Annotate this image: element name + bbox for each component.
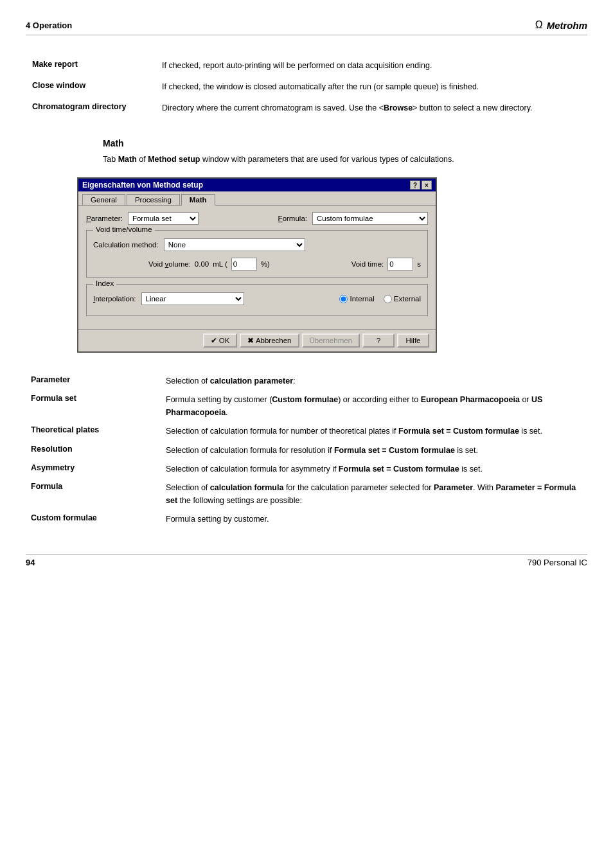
chromatogram-dir-desc: Directory where the current chromatogram… (157, 98, 586, 118)
def-theoretical-plates: Selection of calculation formula for num… (161, 422, 587, 441)
radio-group: Internal External (339, 295, 421, 303)
chromatogram-dir-label: Chromatogram directory (27, 98, 155, 118)
term-parameter: Parameter (26, 372, 161, 391)
void-volume-row: Void volume: 0.00 mL ( %) Void time: s (93, 256, 421, 272)
radio-external-input[interactable] (384, 295, 392, 303)
def-formula: Selection of calculation formula for the… (161, 479, 587, 510)
radio-internal-label: Internal (350, 295, 374, 303)
void-group-title: Void time/volume (93, 226, 155, 233)
def-formula-set: Formula setting by customer (Custom form… (161, 391, 587, 422)
table-row: Chromatogram directory Directory where t… (27, 98, 586, 118)
cancel-button[interactable]: ✖ Abbrechen (240, 333, 299, 348)
dialog-wrapper: Eigenschaften von Method setup ? × Gener… (26, 177, 587, 353)
radio-external[interactable]: External (384, 295, 421, 303)
parameter-formula-row: Parameter: Formula set Formula: Custom f… (86, 212, 428, 225)
page-footer: 94 790 Personal IC (26, 554, 587, 567)
make-report-desc: If checked, report auto-printing will be… (157, 56, 586, 76)
radio-internal[interactable]: Internal (339, 295, 374, 303)
dialog-buttons: ✔ OK ✖ Abbrechen Übernehmen ? Hilfe (78, 329, 436, 351)
section-heading: Math (26, 138, 587, 148)
term-theoretical-plates: Theoretical plates (26, 422, 161, 441)
apply-label: Übernehmen (310, 337, 352, 344)
section-intro: Tab Math of Method setup window with par… (26, 154, 587, 166)
dialog-title: Eigenschaften von Method setup (82, 181, 203, 190)
dialog-content: Parameter: Formula set Formula: Custom f… (78, 206, 436, 329)
void-time-label: Void time: (351, 260, 384, 268)
brand-header: Ω Metrohm (535, 19, 587, 31)
radio-external-label: External (394, 295, 421, 303)
intro-table: Make report If checked, report auto-prin… (26, 55, 587, 119)
term-formula: Formula (26, 479, 161, 510)
math-bold: Math (118, 155, 137, 164)
omega-icon: Ω (535, 19, 543, 31)
titlebar-controls: ? × (410, 181, 432, 190)
close-window-label: Close window (27, 77, 155, 97)
page-header: 4 Operation Ω Metrohm (26, 19, 587, 35)
ok-label: OK (219, 337, 230, 344)
descriptions-section: Parameter Selection of calculation param… (26, 372, 587, 529)
product-name: 790 Personal IC (528, 558, 587, 567)
def-custom-formulae: Formula setting by customer. (161, 510, 587, 529)
interpolation-label: Interpolation: (93, 295, 136, 303)
dialog-help-btn-bottom[interactable]: ? (362, 333, 395, 348)
close-window-desc: If checked, the window is closed automat… (157, 77, 586, 97)
tab-processing[interactable]: Processing (127, 194, 180, 205)
calc-method-label: Calculation method: (93, 241, 159, 249)
void-volume-value: 0.00 (195, 260, 209, 268)
parameter-select[interactable]: Formula set (128, 212, 199, 225)
descriptions-table: Parameter Selection of calculation param… (26, 372, 587, 529)
apply-button[interactable]: Übernehmen (302, 333, 360, 348)
table-row: Make report If checked, report auto-prin… (27, 56, 586, 76)
cancel-icon: ✖ (247, 337, 254, 344)
void-volume-label: Void volume: (148, 260, 191, 268)
parameter-label: Parameter: (86, 215, 123, 222)
void-volume-pct-input[interactable] (231, 258, 257, 270)
void-group: Void time/volume Calculation method: Non… (86, 230, 428, 278)
index-group: Index Interpolation: Linear Internal (86, 284, 428, 316)
hilfe-label: Hilfe (405, 337, 420, 344)
list-item: Formula Selection of calculation formula… (26, 479, 587, 510)
void-time-input[interactable] (387, 258, 413, 270)
term-resolution: Resolution (26, 441, 161, 460)
chapter-label: 4 Operation (26, 21, 72, 30)
list-item: Theoretical plates Selection of calculat… (26, 422, 587, 441)
dialog-titlebar: Eigenschaften von Method setup ? × (78, 179, 436, 191)
list-item: Formula set Formula setting by customer … (26, 391, 587, 422)
dialog-help-button[interactable]: ? (410, 181, 420, 190)
method-setup-bold: Method setup (148, 155, 200, 164)
radio-internal-input[interactable] (339, 295, 348, 303)
hilfe-button[interactable]: Hilfe (397, 333, 429, 348)
formula-label: Formula: (278, 215, 307, 222)
void-volume-unit1: mL ( (213, 260, 227, 268)
interpolation-row: Interpolation: Linear Internal External (93, 292, 421, 305)
def-parameter: Selection of calculation parameter: (161, 372, 587, 391)
def-asymmetry: Selection of calculation formula for asy… (161, 460, 587, 479)
list-item: Custom formulae Formula setting by custo… (26, 510, 587, 529)
table-row: Close window If checked, the window is c… (27, 77, 586, 97)
tab-general[interactable]: General (82, 194, 125, 205)
calc-method-row: Calculation method: None (93, 238, 421, 251)
index-group-title: Index (93, 279, 116, 287)
tab-math[interactable]: Math (181, 194, 215, 206)
page-number: 94 (26, 558, 35, 567)
void-time-unit: s (417, 260, 421, 268)
term-custom-formulae: Custom formulae (26, 510, 161, 529)
ok-button[interactable]: ✔ OK (203, 333, 238, 348)
calc-method-select[interactable]: None (164, 238, 305, 251)
list-item: Asymmetry Selection of calculation formu… (26, 460, 587, 479)
term-formula-set: Formula set (26, 391, 161, 422)
dialog-close-button[interactable]: × (422, 181, 432, 190)
dialog-tabs: General Processing Math (78, 191, 436, 206)
metrohm-logo: Metrohm (547, 20, 587, 31)
cancel-label: Abbrechen (256, 337, 292, 344)
help-icon: ? (377, 337, 380, 344)
list-item: Resolution Selection of calculation form… (26, 441, 587, 460)
interpolation-select[interactable]: Linear (141, 292, 244, 305)
def-resolution: Selection of calculation formula for res… (161, 441, 587, 460)
dialog-box: Eigenschaften von Method setup ? × Gener… (77, 177, 437, 353)
ok-icon: ✔ (211, 337, 217, 344)
term-asymmetry: Asymmetry (26, 460, 161, 479)
formula-select[interactable]: Custom formulae (312, 212, 428, 225)
list-item: Parameter Selection of calculation param… (26, 372, 587, 391)
void-volume-pct-unit: %) (261, 260, 270, 268)
